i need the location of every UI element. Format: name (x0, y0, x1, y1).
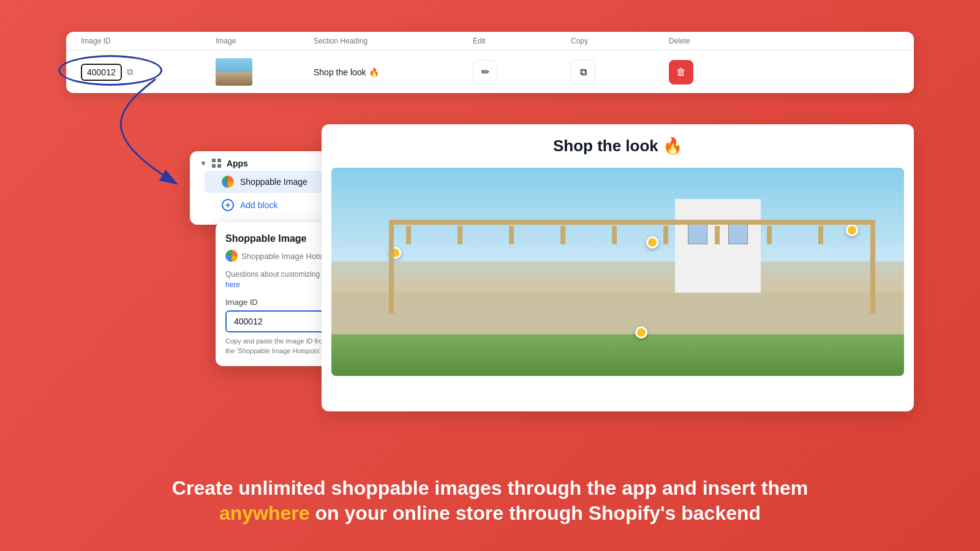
pergola-slat-7 (715, 226, 720, 244)
pergola-slat-6 (663, 226, 668, 244)
col-header-copy: Copy (571, 37, 669, 45)
preview-image-area (331, 168, 904, 376)
shoppable-image-icon (222, 176, 234, 188)
hotspot-3[interactable] (846, 224, 858, 236)
delete-cell: 🗑 (669, 60, 899, 84)
bottom-text-section: Create unlimited shoppable images throug… (0, 476, 980, 527)
apps-grid-icon (212, 159, 222, 168)
table-row: 400012 ⧉ Shop the look 🔥 ✏ ⧉ 🗑 (66, 51, 914, 93)
col-header-edit: Edit (473, 37, 571, 45)
copy-cell: ⧉ (571, 60, 669, 84)
image-thumbnail (216, 58, 314, 86)
pergola-slat-1 (406, 226, 411, 244)
preview-area: Shop the look 🔥 (322, 124, 914, 411)
plus-icon: + (222, 199, 234, 211)
apps-label: Apps (227, 159, 248, 168)
scene-sky (331, 168, 904, 261)
rest-of-line2: on your online store through Shopify's b… (310, 502, 761, 524)
col-header-image: Image (216, 37, 314, 45)
image-id-value: 400012 (81, 64, 122, 81)
highlight-anywhere: anywhere (219, 502, 310, 524)
copy-id-icon[interactable]: ⧉ (127, 67, 133, 77)
scene-grass (331, 334, 904, 376)
pergola-slat-5 (612, 226, 617, 244)
shoppable-image-label: Shoppable Image (240, 177, 307, 187)
chevron-down-icon: ▼ (200, 159, 207, 168)
thumb-image (216, 58, 252, 86)
pergola-left-post (389, 220, 394, 313)
pergola-slat-9 (818, 226, 823, 244)
edit-button[interactable]: ✏ (473, 60, 497, 84)
bottom-line2: anywhere on your online store through Sh… (49, 501, 931, 527)
shoppable-subtitle-icon (225, 250, 238, 262)
pergola-slat-2 (458, 226, 462, 244)
section-heading-cell: Shop the look 🔥 (314, 67, 473, 77)
col-header-section-heading: Section Heading (314, 37, 473, 45)
pergola-slat-3 (509, 226, 514, 244)
pergola-slat-4 (560, 226, 565, 244)
delete-button[interactable]: 🗑 (669, 60, 693, 84)
hotspot-4[interactable] (635, 326, 647, 339)
bottom-line1: Create unlimited shoppable images throug… (49, 476, 931, 501)
edit-cell: ✏ (473, 60, 571, 84)
table-card: Image ID Image Section Heading Edit Copy… (66, 32, 914, 93)
copy-button[interactable]: ⧉ (571, 60, 595, 84)
scene-ground (331, 293, 904, 334)
pergola-slat-8 (767, 226, 772, 244)
settings-title: Shoppable Image (225, 233, 306, 244)
col-header-delete: Delete (669, 37, 899, 45)
add-block-label: Add block (240, 200, 277, 210)
pergola-right-post (870, 220, 875, 313)
pergola-top-beam (389, 220, 876, 225)
image-id-cell: 400012 ⧉ (81, 64, 216, 81)
col-header-image-id: Image ID (81, 37, 216, 45)
table-header: Image ID Image Section Heading Edit Copy… (66, 32, 914, 51)
preview-header: Shop the look 🔥 (322, 124, 914, 168)
